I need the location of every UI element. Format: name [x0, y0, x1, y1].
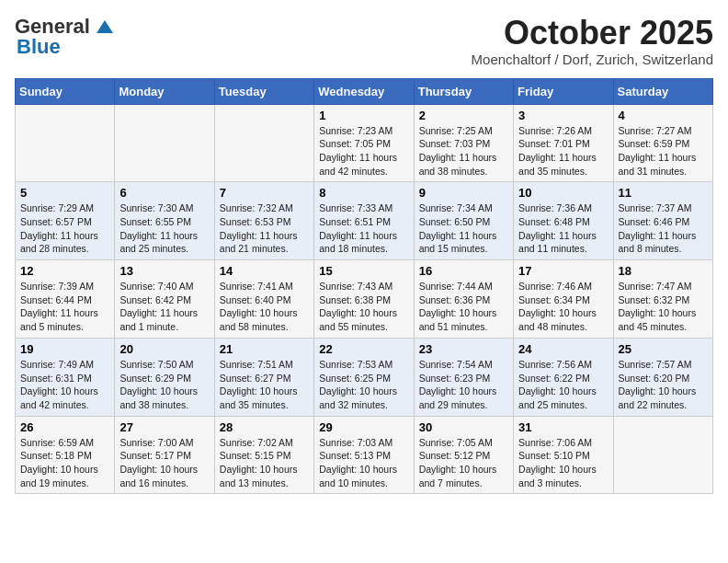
- day-info: Sunrise: 7:51 AMSunset: 6:27 PMDaylight:…: [220, 358, 309, 412]
- calendar-cell: 22Sunrise: 7:53 AMSunset: 6:25 PMDayligh…: [314, 338, 414, 416]
- header-day-sunday: Sunday: [16, 78, 115, 104]
- week-row-5: 26Sunrise: 6:59 AMSunset: 5:18 PMDayligh…: [16, 416, 713, 494]
- day-number: 8: [319, 186, 408, 200]
- day-info: Sunrise: 7:23 AMSunset: 7:05 PMDaylight:…: [319, 124, 408, 178]
- header-day-wednesday: Wednesday: [314, 78, 414, 104]
- day-info: Sunrise: 7:54 AMSunset: 6:23 PMDaylight:…: [419, 358, 508, 412]
- day-info: Sunrise: 6:59 AMSunset: 5:18 PMDaylight:…: [20, 436, 109, 490]
- calendar-cell: 1Sunrise: 7:23 AMSunset: 7:05 PMDaylight…: [314, 104, 414, 182]
- day-info: Sunrise: 7:41 AMSunset: 6:40 PMDaylight:…: [220, 280, 309, 334]
- day-info: Sunrise: 7:32 AMSunset: 6:53 PMDaylight:…: [220, 201, 309, 256]
- day-number: 13: [119, 264, 209, 278]
- calendar-cell: 5Sunrise: 7:29 AMSunset: 6:57 PMDaylight…: [16, 182, 115, 260]
- logo-blue-text: Blue: [17, 35, 61, 59]
- day-number: 27: [119, 420, 209, 434]
- day-number: 4: [619, 109, 708, 122]
- day-number: 19: [20, 342, 109, 356]
- day-info: Sunrise: 7:53 AMSunset: 6:25 PMDaylight:…: [319, 358, 408, 412]
- day-info: Sunrise: 7:37 AMSunset: 6:46 PMDaylight:…: [619, 201, 708, 256]
- day-number: 23: [419, 342, 508, 356]
- week-row-3: 12Sunrise: 7:39 AMSunset: 6:44 PMDayligh…: [16, 260, 713, 339]
- day-info: Sunrise: 7:27 AMSunset: 6:59 PMDaylight:…: [619, 124, 708, 178]
- day-info: Sunrise: 7:03 AMSunset: 5:13 PMDaylight:…: [319, 436, 408, 490]
- day-number: 6: [119, 186, 209, 200]
- calendar-cell: 7Sunrise: 7:32 AMSunset: 6:53 PMDaylight…: [214, 182, 313, 260]
- calendar-cell: 17Sunrise: 7:46 AMSunset: 6:34 PMDayligh…: [514, 260, 613, 339]
- day-number: 1: [319, 109, 408, 122]
- day-number: 15: [319, 264, 408, 278]
- week-row-4: 19Sunrise: 7:49 AMSunset: 6:31 PMDayligh…: [16, 338, 713, 416]
- day-number: 31: [518, 420, 608, 434]
- day-info: Sunrise: 7:25 AMSunset: 7:03 PMDaylight:…: [419, 124, 508, 178]
- calendar-table: SundayMondayTuesdayWednesdayThursdayFrid…: [15, 78, 713, 495]
- day-info: Sunrise: 7:56 AMSunset: 6:22 PMDaylight:…: [518, 358, 608, 412]
- calendar-cell: 9Sunrise: 7:34 AMSunset: 6:50 PMDaylight…: [414, 182, 513, 260]
- day-info: Sunrise: 7:26 AMSunset: 7:01 PMDaylight:…: [518, 124, 608, 178]
- day-number: 5: [20, 186, 109, 200]
- calendar-cell: 12Sunrise: 7:39 AMSunset: 6:44 PMDayligh…: [16, 260, 115, 339]
- day-info: Sunrise: 7:57 AMSunset: 6:20 PMDaylight:…: [619, 358, 708, 412]
- day-info: Sunrise: 7:39 AMSunset: 6:44 PMDaylight:…: [20, 280, 109, 334]
- calendar-cell: 29Sunrise: 7:03 AMSunset: 5:13 PMDayligh…: [314, 416, 414, 494]
- logo: General Blue: [15, 15, 114, 59]
- header-day-thursday: Thursday: [414, 78, 513, 104]
- calendar-cell: 15Sunrise: 7:43 AMSunset: 6:38 PMDayligh…: [314, 260, 414, 339]
- calendar-cell: 23Sunrise: 7:54 AMSunset: 6:23 PMDayligh…: [414, 338, 513, 416]
- page-header: General Blue October 2025 Moenchaltorf /…: [15, 15, 713, 67]
- day-info: Sunrise: 7:43 AMSunset: 6:38 PMDaylight:…: [319, 280, 408, 334]
- day-number: 9: [419, 186, 508, 200]
- day-info: Sunrise: 7:06 AMSunset: 5:10 PMDaylight:…: [518, 436, 608, 490]
- calendar-cell: 4Sunrise: 7:27 AMSunset: 6:59 PMDaylight…: [613, 104, 712, 182]
- day-number: 11: [619, 186, 708, 200]
- day-number: 28: [220, 420, 309, 434]
- calendar-cell: [214, 104, 313, 182]
- day-number: 16: [419, 264, 508, 278]
- calendar-cell: 25Sunrise: 7:57 AMSunset: 6:20 PMDayligh…: [613, 338, 712, 416]
- header-day-monday: Monday: [115, 78, 214, 104]
- location-title: Moenchaltorf / Dorf, Zurich, Switzerland: [472, 52, 713, 67]
- calendar-cell: [16, 104, 115, 182]
- calendar-cell: 3Sunrise: 7:26 AMSunset: 7:01 PMDaylight…: [514, 104, 613, 182]
- day-number: 18: [619, 264, 708, 278]
- day-number: 17: [518, 264, 608, 278]
- calendar-cell: 10Sunrise: 7:36 AMSunset: 6:48 PMDayligh…: [514, 182, 613, 260]
- day-number: 7: [220, 186, 309, 200]
- day-number: 2: [419, 109, 508, 122]
- day-number: 10: [518, 186, 608, 200]
- calendar-cell: 20Sunrise: 7:50 AMSunset: 6:29 PMDayligh…: [115, 338, 214, 416]
- day-number: 20: [119, 342, 209, 356]
- calendar-cell: 2Sunrise: 7:25 AMSunset: 7:03 PMDaylight…: [414, 104, 513, 182]
- calendar-cell: 21Sunrise: 7:51 AMSunset: 6:27 PMDayligh…: [214, 338, 313, 416]
- day-info: Sunrise: 7:44 AMSunset: 6:36 PMDaylight:…: [419, 280, 508, 334]
- week-row-2: 5Sunrise: 7:29 AMSunset: 6:57 PMDaylight…: [16, 182, 713, 260]
- calendar-cell: 27Sunrise: 7:00 AMSunset: 5:17 PMDayligh…: [115, 416, 214, 494]
- day-info: Sunrise: 7:05 AMSunset: 5:12 PMDaylight:…: [419, 436, 508, 490]
- logo-icon: [97, 20, 113, 35]
- day-info: Sunrise: 7:33 AMSunset: 6:51 PMDaylight:…: [319, 201, 408, 256]
- calendar-cell: 24Sunrise: 7:56 AMSunset: 6:22 PMDayligh…: [514, 338, 613, 416]
- calendar-cell: 14Sunrise: 7:41 AMSunset: 6:40 PMDayligh…: [214, 260, 313, 339]
- header-row: SundayMondayTuesdayWednesdayThursdayFrid…: [16, 78, 713, 104]
- day-info: Sunrise: 7:50 AMSunset: 6:29 PMDaylight:…: [119, 358, 209, 412]
- day-info: Sunrise: 7:40 AMSunset: 6:42 PMDaylight:…: [119, 280, 209, 334]
- calendar-cell: 28Sunrise: 7:02 AMSunset: 5:15 PMDayligh…: [214, 416, 313, 494]
- calendar-cell: 16Sunrise: 7:44 AMSunset: 6:36 PMDayligh…: [414, 260, 513, 339]
- day-info: Sunrise: 7:30 AMSunset: 6:55 PMDaylight:…: [119, 201, 209, 256]
- day-number: 3: [518, 109, 608, 122]
- week-row-1: 1Sunrise: 7:23 AMSunset: 7:05 PMDaylight…: [16, 104, 713, 182]
- day-info: Sunrise: 7:34 AMSunset: 6:50 PMDaylight:…: [419, 201, 508, 256]
- day-number: 30: [419, 420, 508, 434]
- day-number: 21: [220, 342, 309, 356]
- calendar-cell: 19Sunrise: 7:49 AMSunset: 6:31 PMDayligh…: [16, 338, 115, 416]
- day-info: Sunrise: 7:29 AMSunset: 6:57 PMDaylight:…: [20, 201, 109, 256]
- day-info: Sunrise: 7:00 AMSunset: 5:17 PMDaylight:…: [119, 436, 209, 490]
- day-info: Sunrise: 7:46 AMSunset: 6:34 PMDaylight:…: [518, 280, 608, 334]
- day-number: 14: [220, 264, 309, 278]
- calendar-cell: 26Sunrise: 6:59 AMSunset: 5:18 PMDayligh…: [16, 416, 115, 494]
- day-info: Sunrise: 7:02 AMSunset: 5:15 PMDaylight:…: [220, 436, 309, 490]
- calendar-cell: [115, 104, 214, 182]
- day-number: 22: [319, 342, 408, 356]
- day-number: 25: [619, 342, 708, 356]
- calendar-cell: 31Sunrise: 7:06 AMSunset: 5:10 PMDayligh…: [514, 416, 613, 494]
- day-info: Sunrise: 7:47 AMSunset: 6:32 PMDaylight:…: [619, 280, 708, 334]
